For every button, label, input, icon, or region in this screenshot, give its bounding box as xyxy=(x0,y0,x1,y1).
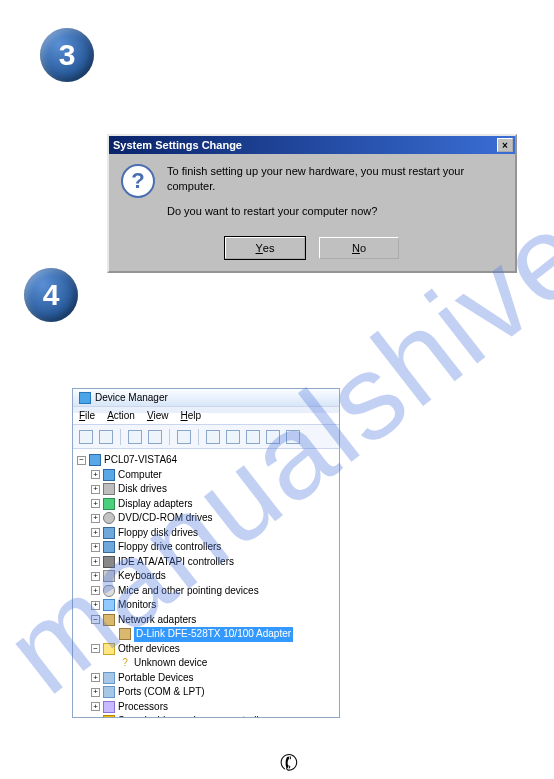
devmgr-title: Device Manager xyxy=(95,392,168,403)
floppy-icon xyxy=(103,541,115,553)
expander-plus-icon[interactable]: + xyxy=(91,514,100,523)
selected-adapter: D-Link DFE-528TX 10/100 Adapter xyxy=(134,627,293,642)
other-icon xyxy=(103,643,115,655)
sound-icon xyxy=(103,715,115,717)
no-button[interactable]: No xyxy=(319,237,399,259)
expander-plus-icon[interactable]: + xyxy=(91,586,100,595)
ide-icon xyxy=(103,556,115,568)
devmgr-menubar: File Action View Help xyxy=(73,407,339,425)
dialog-titlebar: System Settings Change × xyxy=(109,136,515,154)
tree-node-adapter[interactable]: D-Link DFE-528TX 10/100 Adapter xyxy=(77,627,335,642)
dvd-icon xyxy=(103,512,115,524)
toolbar-scan-icon[interactable] xyxy=(206,430,220,444)
menu-help[interactable]: Help xyxy=(180,410,201,421)
expander-minus-icon[interactable]: − xyxy=(91,615,100,624)
expander-plus-icon[interactable]: + xyxy=(91,601,100,610)
close-icon[interactable]: × xyxy=(497,138,513,152)
mouse-icon xyxy=(103,585,115,597)
tree-node-portable[interactable]: +Portable Devices xyxy=(77,671,335,686)
devmgr-titlebar: Device Manager xyxy=(73,389,339,407)
display-icon xyxy=(103,498,115,510)
network-adapter-icon xyxy=(119,628,131,640)
dialog-body: ? To finish setting up your new hardware… xyxy=(109,154,515,233)
tree-node-other[interactable]: −Other devices xyxy=(77,642,335,657)
keyboard-icon xyxy=(103,570,115,582)
devmgr-app-icon xyxy=(79,392,91,404)
floppy-icon xyxy=(103,527,115,539)
tree-node-floppyctrl[interactable]: +Floppy drive controllers xyxy=(77,540,335,555)
toolbar-separator xyxy=(198,429,199,445)
devmgr-toolbar xyxy=(73,425,339,449)
tree-node-network[interactable]: −Network adapters xyxy=(77,613,335,628)
root-label: PCL07-VISTA64 xyxy=(104,453,177,468)
toolbar-enable-icon[interactable] xyxy=(226,430,240,444)
expander-plus-icon[interactable]: + xyxy=(91,470,100,479)
dialog-button-row: Yes No xyxy=(109,233,515,271)
toolbar-update-icon[interactable] xyxy=(286,430,300,444)
toolbar-properties-icon[interactable] xyxy=(148,430,162,444)
tree-node-dvd[interactable]: +DVD/CD-ROM drives xyxy=(77,511,335,526)
computer-icon xyxy=(103,469,115,481)
tree-node-processors[interactable]: +Processors xyxy=(77,700,335,715)
question-icon: ? xyxy=(121,164,155,198)
expander-minus-icon[interactable]: − xyxy=(91,644,100,653)
toolbar-uninstall-icon[interactable] xyxy=(266,430,280,444)
menu-file[interactable]: File xyxy=(79,410,95,421)
expander-plus-icon[interactable]: + xyxy=(91,485,100,494)
dialog-message: To finish setting up your new hardware, … xyxy=(167,164,503,229)
device-tree: − PCL07-VISTA64 +Computer +Disk drives +… xyxy=(73,449,339,717)
toolbar-separator xyxy=(169,429,170,445)
toolbar-disable-icon[interactable] xyxy=(246,430,260,444)
step-badge-3: 3 xyxy=(40,28,94,82)
computer-icon xyxy=(89,454,101,466)
tree-node-display[interactable]: +Display adapters xyxy=(77,497,335,512)
yes-button[interactable]: Yes xyxy=(225,237,305,259)
expander-plus-icon[interactable]: + xyxy=(91,557,100,566)
portable-icon xyxy=(103,672,115,684)
toolbar-view-icon[interactable] xyxy=(128,430,142,444)
phone-icon: ✆ xyxy=(276,748,302,779)
expander-plus-icon[interactable]: + xyxy=(91,688,100,697)
expander-plus-icon[interactable]: + xyxy=(91,543,100,552)
tree-node-computer[interactable]: +Computer xyxy=(77,468,335,483)
dialog-line-1: To finish setting up your new hardware, … xyxy=(167,164,503,194)
dialog-line-2: Do you want to restart your computer now… xyxy=(167,204,503,219)
tree-node-unknown[interactable]: ?Unknown device xyxy=(77,656,335,671)
expander-plus-icon[interactable]: + xyxy=(91,528,100,537)
expander-plus-icon[interactable]: + xyxy=(91,499,100,508)
tree-node-mice[interactable]: +Mice and other pointing devices xyxy=(77,584,335,599)
port-icon xyxy=(103,686,115,698)
expander-minus-icon[interactable]: − xyxy=(77,456,86,465)
tree-node-disk[interactable]: +Disk drives xyxy=(77,482,335,497)
unknown-icon: ? xyxy=(119,657,131,669)
toolbar-help-icon[interactable] xyxy=(177,430,191,444)
expander-plus-icon[interactable]: + xyxy=(91,702,100,711)
tree-node-monitors[interactable]: +Monitors xyxy=(77,598,335,613)
toolbar-back-icon[interactable] xyxy=(79,430,93,444)
toolbar-separator xyxy=(120,429,121,445)
monitor-icon xyxy=(103,599,115,611)
tree-node-ide[interactable]: +IDE ATA/ATAPI controllers xyxy=(77,555,335,570)
tree-root[interactable]: − PCL07-VISTA64 xyxy=(77,453,335,468)
expander-plus-icon[interactable]: + xyxy=(91,572,100,581)
tree-node-keyboards[interactable]: +Keyboards xyxy=(77,569,335,584)
tree-node-ports[interactable]: +Ports (COM & LPT) xyxy=(77,685,335,700)
tree-node-floppydisk[interactable]: +Floppy disk drives xyxy=(77,526,335,541)
expander-plus-icon[interactable]: + xyxy=(91,673,100,682)
system-settings-dialog: System Settings Change × ? To finish set… xyxy=(107,134,517,273)
tree-node-sound[interactable]: +Sound, video and game controllers xyxy=(77,714,335,717)
dialog-title: System Settings Change xyxy=(111,139,497,151)
device-manager-window: Device Manager File Action View Help − P… xyxy=(72,388,340,718)
network-icon xyxy=(103,614,115,626)
toolbar-forward-icon[interactable] xyxy=(99,430,113,444)
disk-icon xyxy=(103,483,115,495)
cpu-icon xyxy=(103,701,115,713)
menu-action[interactable]: Action xyxy=(107,410,135,421)
menu-view[interactable]: View xyxy=(147,410,169,421)
step-badge-4: 4 xyxy=(24,268,78,322)
